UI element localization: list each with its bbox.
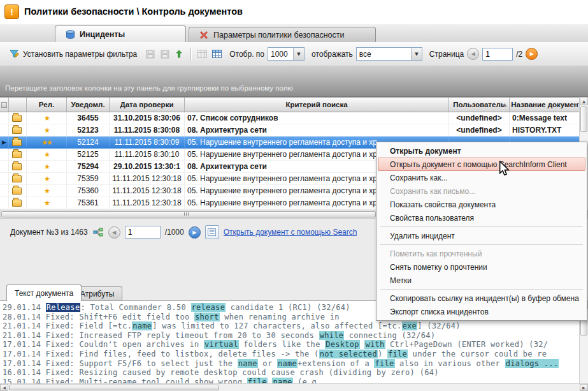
toolbar: Установить параметры фильтра Отобр. по 1…: [0, 42, 588, 66]
page-input[interactable]: [482, 48, 513, 61]
notify-cell: 52123: [67, 124, 110, 136]
doc-back-button[interactable]: ◀: [108, 226, 120, 239]
document-horizontal-scrollbar[interactable]: ◀ ▶: [0, 383, 588, 391]
menu-item[interactable]: Метки: [378, 274, 585, 287]
relevance-stars: ★: [27, 161, 67, 173]
user-cell: <undefined>: [449, 112, 510, 124]
col-criterion[interactable]: Критерий поиска: [185, 98, 449, 112]
col-document-label: Название документа: [511, 101, 586, 108]
table-row[interactable]: ★5212311.11.2015 8:30:0808. Архитектура …: [0, 124, 588, 136]
tab-document-text[interactable]: Текст документа: [6, 284, 82, 301]
chevron-down-icon[interactable]: ▼: [411, 48, 422, 60]
date-cell: 29.10.2015 13:30:1: [110, 161, 185, 173]
user-cell: <undefined>: [449, 124, 510, 136]
doc-forward-button[interactable]: ▶: [189, 226, 201, 239]
group-by-panel[interactable]: Перетащите заголовок колонки на эту пане…: [0, 66, 588, 97]
notify-cell: 75359: [67, 173, 110, 185]
save-icon: [145, 48, 156, 60]
tab-policy-params-label: Параметры политики безопасности: [213, 31, 344, 40]
doc-number-input[interactable]: [125, 226, 161, 239]
menu-item[interactable]: Открыть документ с помощью SearchInform …: [378, 158, 585, 171]
group-by-hint: Перетащите заголовок колонки на эту пане…: [5, 84, 293, 92]
row-indicator: [0, 112, 9, 124]
menu-item[interactable]: Свойства пользователя: [378, 211, 585, 225]
criterion-cell: 07. Список сотрудников: [185, 112, 449, 124]
folder-icon: [9, 173, 27, 185]
col-user[interactable]: Пользователь: [449, 98, 510, 112]
document-name-cell: 0:Message text: [510, 112, 588, 124]
open-with-client-link[interactable]: Открыть документ с помощью Search: [224, 228, 357, 237]
doc-preview-button[interactable]: [205, 225, 219, 239]
row-indicator-header: [0, 98, 9, 112]
criterion-cell: 08. Архитектура сети: [185, 124, 449, 136]
row-indicator: ▶: [0, 136, 9, 149]
menu-item[interactable]: Сохранить как...: [378, 171, 585, 184]
document-text-line: 21.01.14 Fixed: Increased FTP reply time…: [3, 331, 588, 341]
menu-separator: [380, 289, 583, 290]
col-document[interactable]: Название документа: [510, 98, 588, 112]
date-cell: 11.11.2015 8:30:08: [110, 124, 185, 136]
folder-icon: [9, 161, 27, 173]
doc-total: /1000: [165, 228, 184, 237]
document-text-line: 16.01.14 Fixed: Resizing caused by remot…: [3, 368, 588, 378]
document-text-line: 17.01.14 Fixed: Support F5/F6 to select …: [3, 359, 588, 369]
date-cell: 11.11.2015 12:30:18: [110, 185, 185, 197]
document-text-line: 17.01.14 Fixed: Couldn't open archives i…: [3, 340, 588, 350]
filter-icon: [8, 48, 20, 60]
tab-incidents[interactable]: Инциденты: [55, 26, 186, 42]
folder-icon: [9, 149, 27, 161]
page-back-button[interactable]: ◀: [467, 48, 479, 60]
document-text-line: 15.01.14 Fixed: Multi-rename tool could …: [3, 378, 588, 383]
folder-icon: [9, 124, 27, 136]
scrollbar-grip-icon: [184, 212, 189, 216]
col-relevance[interactable]: Рел.: [27, 98, 67, 112]
tree-view-icon[interactable]: [92, 226, 104, 238]
menu-item[interactable]: Скопировать ссылку на инцидент(ы) в буфе…: [378, 291, 585, 305]
date-cell: 11.11.2015 8:30:09: [110, 136, 185, 149]
scroll-up-icon[interactable]: ▲: [580, 97, 588, 105]
tab-policy-params[interactable]: Параметры политики безопасности: [189, 27, 376, 42]
relevance-stars: ★: [27, 112, 67, 124]
notify-cell: 52124: [67, 136, 110, 149]
window-header: ! Политики безопасности \ Контроль докум…: [0, 0, 588, 24]
sort-ascending-icon: [502, 103, 507, 107]
database-icon: [64, 29, 76, 40]
date-cell: 31.10.2015 8:30:06: [110, 112, 185, 124]
row-indicator: [0, 149, 9, 161]
chevron-down-icon[interactable]: ▼: [293, 48, 304, 60]
col-folder[interactable]: [9, 98, 27, 112]
scrollbar-thumb[interactable]: [1, 211, 376, 218]
col-notify[interactable]: Уведомл.: [67, 98, 110, 112]
page-forward-button[interactable]: ▶: [526, 48, 538, 60]
scroll-right-icon[interactable]: ▶: [580, 384, 588, 391]
menu-item[interactable]: Удалить инцидент: [378, 229, 585, 242]
date-cell: 11.11.2015 12:30:18: [110, 197, 185, 209]
notify-cell: 75294: [67, 161, 110, 173]
document-counter: Документ №3 из 1463: [10, 228, 88, 237]
menu-item[interactable]: Экспорт списка инцидентов: [378, 305, 585, 318]
row-indicator: [0, 197, 9, 209]
col-notify-label: Уведомл.: [71, 101, 104, 108]
col-date[interactable]: Дата проверки: [110, 98, 185, 112]
menu-item[interactable]: Открыть документ: [378, 144, 585, 158]
set-filter-button-label: Установить параметры фильтра: [23, 50, 137, 59]
table-view-icon[interactable]: [211, 48, 222, 60]
menu-item[interactable]: Снять пометку о прочтении: [378, 260, 585, 274]
show-select[interactable]: все ▼: [356, 47, 422, 61]
menu-item[interactable]: Показать свойства документа: [378, 198, 585, 211]
menu-separator: [380, 226, 583, 227]
tab-incidents-label: Инциденты: [80, 30, 125, 39]
green-up-arrow-icon[interactable]: [174, 48, 185, 60]
notify-cell: 75361: [67, 197, 110, 209]
scrollbar-thumb[interactable]: [580, 107, 587, 132]
scroll-left-icon[interactable]: ◀: [0, 384, 8, 391]
notify-cell: 75360: [67, 185, 110, 197]
folder-icon: [9, 112, 27, 124]
menu-separator: [380, 244, 583, 245]
display-by-select[interactable]: 1000 ▼: [268, 47, 305, 61]
scrollbar-thumb[interactable]: [9, 385, 219, 390]
set-filter-button[interactable]: Установить параметры фильтра: [4, 46, 141, 63]
relevance-stars: ★★: [27, 136, 67, 149]
folder-icon: [9, 197, 27, 209]
table-row[interactable]: ★3645531.10.2015 8:30:0607. Список сотру…: [0, 112, 588, 124]
